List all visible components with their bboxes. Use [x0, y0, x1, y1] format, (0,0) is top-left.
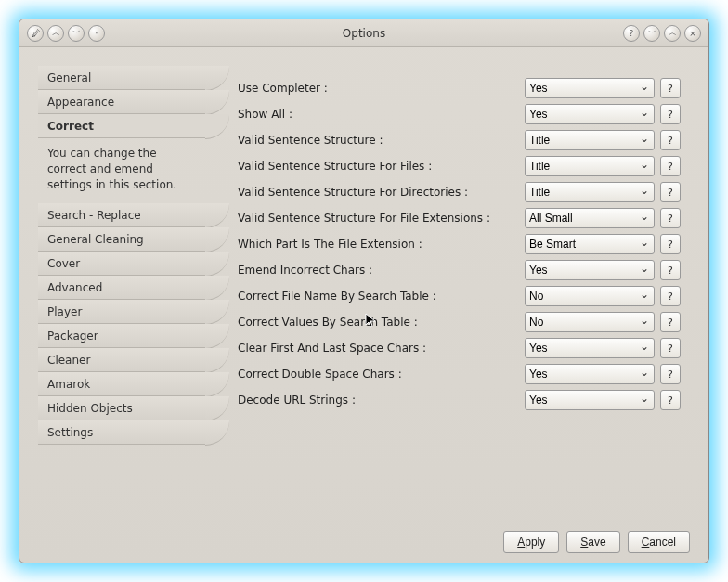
settings-panel: Use Completer :Yes?Show All :Yes?Valid S…	[214, 66, 681, 512]
minimize-icon[interactable]: ﹀	[644, 25, 660, 42]
setting-select[interactable]: Yes	[525, 260, 655, 280]
sidebar-tab-settings[interactable]: Settings	[38, 420, 205, 445]
titlebar: 🖉 ︿ ﹀ · Options ? ﹀ ︿ ×	[20, 19, 708, 47]
setting-select[interactable]: Yes	[525, 338, 655, 358]
help-icon[interactable]: ?	[623, 25, 640, 42]
down-icon[interactable]: ﹀	[68, 25, 84, 42]
sidebar-description: You can change the correct and emend set…	[38, 138, 205, 203]
setting-select[interactable]: Be Smart	[525, 234, 655, 254]
options-window: 🖉 ︿ ﹀ · Options ? ﹀ ︿ × GeneralAppearanc…	[19, 19, 709, 563]
help-button[interactable]: ?	[660, 390, 681, 410]
setting-row: Which Part Is The File Extension :Be Sma…	[238, 231, 681, 257]
setting-label: Valid Sentence Structure For Files :	[238, 160, 519, 173]
setting-label: Decode URL Strings :	[238, 394, 519, 407]
help-button[interactable]: ?	[660, 260, 681, 280]
save-button[interactable]: Save	[566, 531, 619, 553]
setting-row: Correct Values By Search Table :No?	[238, 309, 681, 335]
help-button[interactable]: ?	[660, 338, 681, 358]
setting-select[interactable]: Yes	[525, 364, 655, 384]
window-title: Options	[105, 27, 623, 40]
apply-button[interactable]: Apply	[503, 531, 559, 553]
setting-label: Emend Incorrect Chars :	[238, 264, 519, 277]
help-button[interactable]: ?	[660, 312, 681, 332]
setting-row: Use Completer :Yes?	[238, 75, 681, 101]
setting-select[interactable]: Title	[525, 156, 655, 176]
setting-select[interactable]: Yes	[525, 104, 655, 124]
setting-row: Correct Double Space Chars :Yes?	[238, 361, 681, 387]
sidebar: GeneralAppearanceCorrect You can change …	[38, 66, 205, 512]
setting-select[interactable]: Yes	[525, 78, 655, 98]
dot-icon[interactable]: ·	[88, 25, 105, 42]
setting-label: Correct Values By Search Table :	[238, 316, 519, 329]
setting-row: Clear First And Last Space Chars :Yes?	[238, 335, 681, 361]
sidebar-tab-general[interactable]: General	[38, 66, 205, 90]
setting-select[interactable]: No	[525, 312, 655, 332]
help-button[interactable]: ?	[660, 104, 681, 124]
sidebar-tab-amarok[interactable]: Amarok	[38, 372, 205, 396]
help-button[interactable]: ?	[660, 78, 681, 98]
setting-label: Correct File Name By Search Table :	[238, 290, 519, 303]
help-button[interactable]: ?	[660, 182, 681, 202]
setting-select[interactable]: Title	[525, 182, 655, 202]
setting-row: Emend Incorrect Chars :Yes?	[238, 257, 681, 283]
setting-label: Use Completer :	[238, 82, 519, 95]
setting-row: Valid Sentence Structure For File Extens…	[238, 205, 681, 231]
sidebar-tab-advanced[interactable]: Advanced	[38, 276, 205, 300]
sidebar-tab-cleaner[interactable]: Cleaner	[38, 348, 205, 372]
setting-label: Correct Double Space Chars :	[238, 368, 519, 381]
setting-row: Decode URL Strings :Yes?	[238, 387, 681, 413]
help-button[interactable]: ?	[660, 208, 681, 228]
help-button[interactable]: ?	[660, 286, 681, 306]
up-icon[interactable]: ︿	[47, 25, 64, 42]
help-button[interactable]: ?	[660, 156, 681, 176]
setting-select[interactable]: No	[525, 286, 655, 306]
setting-label: Clear First And Last Space Chars :	[238, 342, 519, 355]
setting-row: Valid Sentence Structure :Title?	[238, 127, 681, 153]
setting-label: Show All :	[238, 108, 519, 121]
sidebar-tab-cover[interactable]: Cover	[38, 252, 205, 276]
setting-row: Correct File Name By Search Table :No?	[238, 283, 681, 309]
sidebar-tab-player[interactable]: Player	[38, 300, 205, 324]
setting-row: Valid Sentence Structure For Directories…	[238, 179, 681, 205]
sidebar-tab-correct[interactable]: Correct	[38, 114, 205, 138]
sidebar-tab-packager[interactable]: Packager	[38, 324, 205, 348]
setting-label: Valid Sentence Structure For Directories…	[238, 186, 519, 199]
setting-row: Valid Sentence Structure For Files :Titl…	[238, 153, 681, 179]
sidebar-tab-hidden-objects[interactable]: Hidden Objects	[38, 396, 205, 420]
footer: Apply Save Cancel	[20, 522, 708, 563]
setting-select[interactable]: Title	[525, 130, 655, 150]
tool-icon[interactable]: 🖉	[27, 25, 44, 42]
help-button[interactable]: ?	[660, 130, 681, 150]
help-button[interactable]: ?	[660, 234, 681, 254]
sidebar-tab-appearance[interactable]: Appearance	[38, 90, 205, 114]
sidebar-tab-search-replace[interactable]: Search - Replace	[38, 203, 205, 227]
sidebar-tab-general-cleaning[interactable]: General Cleaning	[38, 227, 205, 252]
setting-label: Valid Sentence Structure For File Extens…	[238, 212, 519, 225]
setting-label: Valid Sentence Structure :	[238, 134, 519, 147]
setting-select[interactable]: Yes	[525, 390, 655, 410]
help-button[interactable]: ?	[660, 364, 681, 384]
cancel-button[interactable]: Cancel	[628, 531, 690, 553]
setting-row: Show All :Yes?	[238, 101, 681, 127]
maximize-icon[interactable]: ︿	[664, 25, 681, 42]
setting-select[interactable]: All Small	[525, 208, 655, 228]
setting-label: Which Part Is The File Extension :	[238, 238, 519, 251]
close-icon[interactable]: ×	[684, 25, 701, 42]
